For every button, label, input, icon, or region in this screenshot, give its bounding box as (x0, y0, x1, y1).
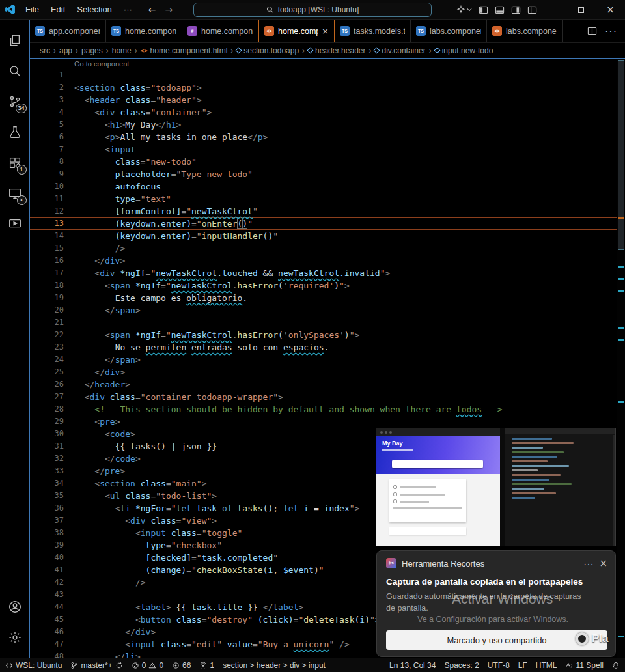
tab-home-compone-3[interactable]: <>home.compone× (258, 20, 335, 42)
editor-scrollbar[interactable] (617, 59, 625, 658)
codelens-go-to-component[interactable]: Go to component (30, 59, 625, 69)
customize-layout-icon[interactable] (527, 5, 537, 15)
code-line-26[interactable]: 26 </header> (30, 378, 625, 391)
minimize-button[interactable] (537, 0, 566, 20)
ports-status[interactable]: 1 (199, 661, 214, 670)
tab-home-compone-2[interactable]: #home.compone (182, 20, 258, 42)
code-line-12[interactable]: 12 [formControl]="newTaskCtrol" (30, 205, 625, 217)
code-line-16[interactable]: 16 </div> (30, 255, 625, 267)
breadcrumb-separator: › (76, 46, 78, 55)
sidebar-item-source-control[interactable]: 34 (0, 86, 30, 117)
line-number: 22 (30, 329, 69, 341)
notification-more-icon[interactable]: ··· (583, 559, 594, 568)
sidebar-item-search[interactable] (0, 55, 30, 86)
settings-button[interactable] (0, 622, 30, 652)
notifications-bell[interactable] (612, 662, 620, 669)
forward-arrow-icon[interactable]: → (165, 5, 173, 15)
code-line-24[interactable]: 24 </span> (30, 354, 625, 366)
close-button[interactable]: × (596, 0, 625, 20)
code-line-22[interactable]: 22 <span *ngIf="newTaskCtrol.hasError('o… (30, 329, 625, 341)
line-number: 35 (30, 490, 69, 502)
code-line-4[interactable]: 4 <div class="container"> (30, 106, 625, 119)
code-line-29[interactable]: 29 <pre> (30, 415, 625, 428)
maximize-button[interactable] (566, 0, 596, 20)
code-line-18[interactable]: 18 <span *ngIf="newTaskCtrol.hasError('r… (30, 279, 625, 292)
toggle-panel-icon[interactable] (495, 5, 505, 15)
tab-tasks-models-ts-4[interactable]: TStasks.models.ts (335, 20, 411, 42)
code-line-8[interactable]: 8 class="new-todo" (30, 156, 625, 168)
code-line-6[interactable]: 6 <p>All my tasks in one place</p> (30, 131, 625, 143)
code-line-28[interactable]: 28 <!-- This section should be hidden by… (30, 403, 625, 415)
code-line-15[interactable]: 15 /> (30, 242, 625, 255)
cursor-position[interactable]: Ln 13, Col 34 (389, 661, 436, 670)
scrollbar-mark (618, 636, 624, 637)
code-line-9[interactable]: 9 placeholder="Type new todo" (30, 168, 625, 180)
notification-close-icon[interactable]: × (599, 557, 607, 569)
tab-labs-component-5[interactable]: TSlabs.component (411, 20, 487, 42)
tab-close-icon[interactable]: × (322, 26, 329, 36)
problems-status[interactable]: 0 0 (132, 661, 163, 670)
breadcrumb-item-pages[interactable]: pages (81, 46, 103, 55)
eol-sequence[interactable]: LF (518, 661, 527, 670)
line-number: 17 (30, 267, 69, 279)
toggle-secondary-sidebar-icon[interactable] (511, 5, 521, 15)
accounts-button[interactable] (0, 591, 30, 622)
scrollbar-thumb[interactable] (618, 60, 624, 250)
more-actions-icon[interactable]: ··· (605, 25, 617, 37)
tab-app-component-0[interactable]: TSapp.component (30, 20, 106, 42)
breadcrumb-item-section-todoapp[interactable]: section.todoapp (236, 46, 299, 55)
breadcrumb-item-home-component-html[interactable]: <>home.component.html (141, 46, 228, 55)
toggle-sidebar-icon[interactable] (479, 5, 488, 15)
code-line-25[interactable]: 25 </div> (30, 366, 625, 378)
code-line-5[interactable]: 5 <h1>My Day</h1> (30, 119, 625, 131)
sidebar-item-testing[interactable] (0, 117, 30, 147)
code-line-19[interactable]: 19 Este campo es obligatorio. (30, 292, 625, 304)
code-line-2[interactable]: 2<section class="todoapp"> (30, 81, 625, 94)
sidebar-item-extensions[interactable]: 1 (0, 147, 30, 178)
sidebar-item-live-preview[interactable] (0, 208, 30, 239)
code-line-27[interactable]: 27 <div class="container todoapp-wrapper… (30, 391, 625, 403)
code-line-11[interactable]: 11 type="text" (30, 193, 625, 205)
breadcrumb-item-input-new-todo[interactable]: input.new-todo (435, 46, 493, 55)
code-line-7[interactable]: 7 <input (30, 143, 625, 156)
spell-checker-status[interactable]: 11 Spell (566, 661, 604, 670)
code-line-13[interactable]: 13 (keydown.enter)="onEnter()" (30, 217, 625, 230)
language-mode[interactable]: HTML (536, 661, 557, 670)
tab-labs-componen-6[interactable]: <>labs.componen (487, 20, 563, 42)
code-line-17[interactable]: 17 <div *ngIf="newTaskCtrol.touched && n… (30, 267, 625, 279)
markup-share-button[interactable]: Marcado y uso compartido (386, 630, 607, 650)
git-branch-status[interactable]: master*+ (70, 661, 122, 670)
tab-home-compone-1[interactable]: TShome.compone (106, 20, 182, 42)
code-line-3[interactable]: 3 <header class="header"> (30, 94, 625, 106)
code-line-14[interactable]: 14 (keydown.enter)="inputHandler()" (30, 230, 625, 242)
remote-indicator[interactable]: WSL: Ubuntu (5, 661, 62, 670)
breadcrumb-item-src[interactable]: src (40, 46, 50, 55)
element-path-status[interactable]: section > header > div > input (223, 661, 326, 670)
line-number: 34 (30, 477, 69, 490)
menu-selection[interactable]: Selection (71, 0, 117, 19)
breadcrumb-separator: › (368, 46, 371, 55)
code-line-10[interactable]: 10 autofocus (30, 180, 625, 193)
sidebar-item-remote-explorer[interactable]: × (0, 178, 30, 208)
code-line-21[interactable]: 21 (30, 316, 625, 329)
metric-status[interactable]: 66 (172, 661, 191, 670)
breadcrumb-item-app[interactable]: app (59, 46, 72, 55)
breadcrumb-item-home[interactable]: home (112, 46, 132, 55)
indentation[interactable]: Spaces: 2 (444, 661, 479, 670)
code-line-20[interactable]: 20 </span> (30, 304, 625, 316)
encoding[interactable]: UTF-8 (488, 661, 510, 670)
split-editor-icon[interactable] (587, 26, 597, 36)
copilot-icon[interactable] (456, 5, 472, 14)
scrollbar-mark (618, 217, 624, 219)
breadcrumb-item-header-header[interactable]: header.header (308, 46, 365, 55)
menu-[interactable]: ··· (118, 0, 138, 19)
code-line-23[interactable]: 23 No se permiten entradas solo con espa… (30, 341, 625, 354)
breadcrumb-item-div-container[interactable]: div.container (374, 46, 425, 55)
command-center-search[interactable]: todoapp [WSL: Ubuntu] (193, 3, 432, 17)
sidebar-item-explorer[interactable] (0, 25, 30, 55)
menu-file[interactable]: File (20, 0, 45, 19)
code-line-1[interactable]: 1 (30, 69, 625, 81)
window-controls: × (537, 0, 625, 20)
menu-edit[interactable]: Edit (45, 0, 71, 19)
back-arrow-icon[interactable]: ← (148, 5, 156, 15)
